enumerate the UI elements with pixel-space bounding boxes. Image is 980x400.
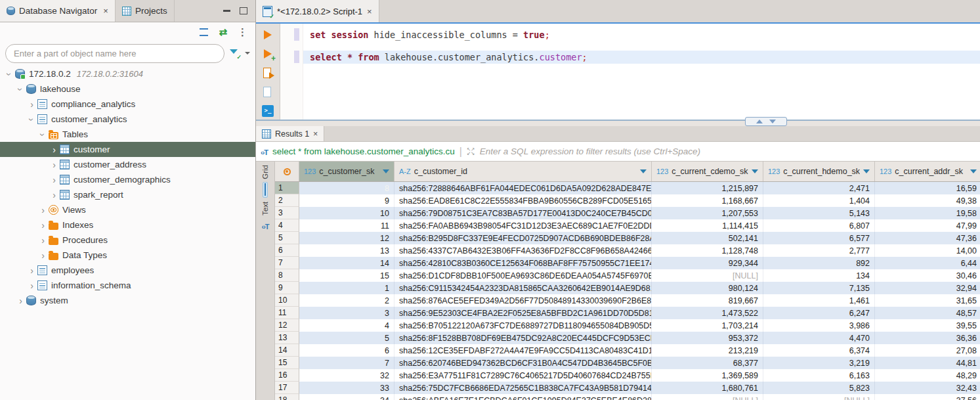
grid-cell[interactable]: sha256:42810C83B0360CE125634F068BAF8FF75… xyxy=(394,257,652,269)
row-number[interactable]: 16 xyxy=(275,369,299,382)
grid-cell[interactable]: 929,344 xyxy=(652,257,763,269)
tree-item-172-18-0-2[interactable]: 172.18.0.2172.18.0.2:31604 xyxy=(0,66,255,81)
row-number[interactable]: 13 xyxy=(275,332,299,344)
grid-cell[interactable]: 16,59 xyxy=(875,182,980,194)
row-number[interactable]: 12 xyxy=(275,319,299,332)
close-icon[interactable]: × xyxy=(313,129,318,139)
column-header-c-customer-id[interactable]: A-Zc_customer_id xyxy=(394,162,652,181)
grid-cell[interactable]: 5,143 xyxy=(763,207,875,219)
chevron-right-icon[interactable] xyxy=(49,160,60,170)
grid-cell[interactable]: 30,46 xyxy=(875,269,980,282)
grid-cell[interactable]: 48,29 xyxy=(875,369,980,382)
grid-cell[interactable]: 213,219 xyxy=(652,344,763,357)
grid-cell[interactable]: 134 xyxy=(763,269,875,282)
grid-cell[interactable]: sha256:72888646ABF61FA044EDEC061D6DA5A09… xyxy=(394,182,652,194)
grid-cell[interactable]: 1 xyxy=(299,282,394,294)
grid-cell[interactable]: sha256:B295D8FC337E9E4FECD0725D907ACD6B6… xyxy=(394,232,652,244)
grid-cell[interactable]: 19,58 xyxy=(875,207,980,219)
chevron-right-icon[interactable] xyxy=(37,250,49,261)
grid-cell[interactable]: 49,38 xyxy=(875,194,980,207)
tab-results-1[interactable]: Results 1 × xyxy=(256,126,324,141)
tree-item-views[interactable]: Views xyxy=(0,202,255,217)
grid-cell[interactable]: 33 xyxy=(299,382,394,394)
grid-cell[interactable]: sha256:75DC7FCB6686EDA72565C1B838CA7FC43… xyxy=(394,382,652,394)
grid-cell[interactable]: 1,168,667 xyxy=(652,194,763,207)
execute-new-tab-icon[interactable] xyxy=(262,48,274,60)
column-header-c-current-cdemo-sk[interactable]: 123c_current_cdemo_sk xyxy=(652,162,763,181)
row-number[interactable]: 5 xyxy=(275,232,299,244)
grid-cell[interactable]: 12 xyxy=(299,232,394,244)
column-dropdown-icon[interactable] xyxy=(863,169,870,173)
grid-cell[interactable]: sha256:12CE35EFDABF272A4A47E9FA9CC5D4113… xyxy=(394,344,652,357)
tree-item-compliance-analytics[interactable]: compliance_analytics xyxy=(0,97,255,112)
tree-item-customer-demographics[interactable]: customer_demographics xyxy=(0,172,255,187)
row-number[interactable]: 10 xyxy=(275,294,299,307)
grid-cell[interactable]: 1,128,748 xyxy=(652,244,763,257)
row-number[interactable]: 2 xyxy=(275,194,299,207)
column-header-c-current-addr-sk[interactable]: 123c_current_addr_sk xyxy=(875,162,980,181)
close-icon[interactable]: × xyxy=(367,7,372,16)
tree-item-lakehouse[interactable]: lakehouse xyxy=(0,81,255,97)
grid-cell[interactable]: 6,374 xyxy=(763,344,875,357)
execute-script-icon[interactable] xyxy=(262,67,274,79)
row-number[interactable]: 7 xyxy=(275,257,299,269)
row-number[interactable]: 9 xyxy=(275,282,299,294)
grid-cell[interactable]: 6,44 xyxy=(875,257,980,269)
grid-cell[interactable]: 892 xyxy=(763,257,875,269)
minimize-results-icon[interactable] xyxy=(769,120,776,123)
row-number[interactable]: 14 xyxy=(275,344,299,357)
grid-corner-cell[interactable] xyxy=(275,162,299,181)
row-number[interactable]: 6 xyxy=(275,244,299,257)
grid-cell[interactable]: 7 xyxy=(299,357,394,369)
execute-statement-icon[interactable] xyxy=(262,29,274,41)
chevron-right-icon[interactable] xyxy=(37,220,49,231)
grid-cell[interactable]: 3,219 xyxy=(763,357,875,369)
grid-cell[interactable]: 819,667 xyxy=(652,294,763,307)
grid-cell[interactable]: 32 xyxy=(299,369,394,382)
grid-cell[interactable]: 2,777 xyxy=(763,244,875,257)
collapse-all-icon[interactable] xyxy=(200,28,208,36)
grid-cell[interactable]: 68,377 xyxy=(652,357,763,369)
grid-cell[interactable]: sha256:EAD8E61C8C22E555834FBBA9B60556CB2… xyxy=(394,194,652,207)
results-view-tab-grid[interactable]: Grid xyxy=(261,165,269,198)
grid-cell[interactable]: sha256:620746BED947362BCD6CF31B0A4C547DD… xyxy=(394,357,652,369)
grid-cell[interactable]: 6,163 xyxy=(763,369,875,382)
grid-cell[interactable]: 14 xyxy=(299,257,394,269)
grid-cell[interactable]: 1,114,415 xyxy=(652,219,763,232)
grid-cell[interactable]: sha256:C9115342454A2323DA815865CAA326064… xyxy=(394,282,652,294)
results-view-tab-text[interactable]: Text xyxy=(259,202,270,234)
sql-console-icon[interactable] xyxy=(262,105,274,117)
grid-cell[interactable]: 37,56 xyxy=(875,394,980,400)
grid-cell[interactable]: 48,57 xyxy=(875,307,980,319)
grid-cell[interactable]: 6,577 xyxy=(763,232,875,244)
tree-item-data-types[interactable]: Data Types xyxy=(0,248,255,263)
maximize-results-icon[interactable] xyxy=(756,120,763,123)
grid-cell[interactable]: 32,43 xyxy=(875,382,980,394)
grid-cell[interactable]: 1,703,214 xyxy=(652,319,763,332)
row-number[interactable]: 8 xyxy=(275,269,299,282)
chevron-down-icon[interactable] xyxy=(4,69,15,79)
grid-cell[interactable]: 8 xyxy=(299,182,394,194)
tab-script-1[interactable]: *<172.18.0.2> Script-1 × xyxy=(256,0,379,22)
row-number[interactable]: 1 xyxy=(275,182,299,194)
grid-cell[interactable]: 47,36 xyxy=(875,232,980,244)
row-number[interactable]: 15 xyxy=(275,357,299,369)
grid-cell[interactable]: 4,470 xyxy=(763,332,875,344)
grid-cell[interactable]: 1,461 xyxy=(763,294,875,307)
grid-cell[interactable]: [NULL] xyxy=(652,269,763,282)
grid-cell[interactable]: 11 xyxy=(299,219,394,232)
tree-item-indexes[interactable]: Indexes xyxy=(0,217,255,233)
grid-cell[interactable]: [NULL] xyxy=(652,394,763,400)
grid-cell[interactable]: sha256:876ACE5EFED349A2D56F77D5084891433… xyxy=(394,294,652,307)
grid-cell[interactable]: 31,65 xyxy=(875,294,980,307)
chevron-down-icon[interactable] xyxy=(15,84,26,95)
chevron-right-icon[interactable] xyxy=(37,205,49,215)
grid-cell[interactable]: 953,372 xyxy=(652,332,763,344)
grid-cell[interactable]: 1,473,522 xyxy=(652,307,763,319)
grid-cell[interactable]: 1,404 xyxy=(763,194,875,207)
tree-item-system[interactable]: system xyxy=(0,293,255,308)
column-header-c-customer-sk[interactable]: 123c_customer_sk xyxy=(299,162,394,181)
chevron-right-icon[interactable] xyxy=(26,280,37,291)
chevron-right-icon[interactable] xyxy=(26,99,37,110)
filter-icon[interactable] xyxy=(230,49,240,58)
